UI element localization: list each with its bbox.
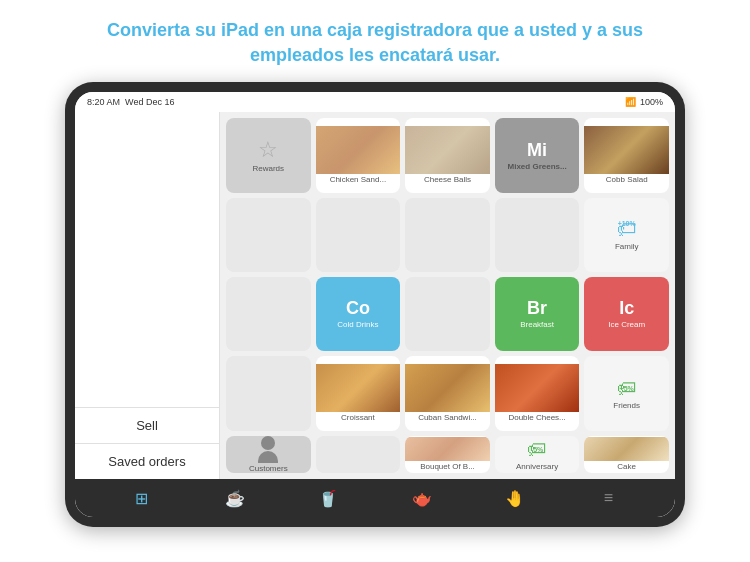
double-cheese-label: Double Chees...: [506, 414, 567, 423]
anniversary-label: Anniversary: [514, 463, 560, 472]
grid-item-empty-6: [405, 277, 490, 351]
cuban-sand-label: Cuban Sandwi...: [416, 414, 479, 423]
wifi-icon: 📶: [625, 97, 636, 107]
cake-label: Cake: [615, 463, 638, 472]
cuban-sandwich-img: [405, 364, 490, 412]
cobb-salad-label: Cobb Salad: [604, 176, 650, 185]
grid-item-chicken-sand[interactable]: Chicken Sand...: [316, 118, 401, 192]
ipad-frame: 8:20 AM Wed Dec 16 📶 100% Sell Saved ord…: [65, 82, 685, 527]
rewards-label: Rewards: [251, 165, 287, 174]
nav-coffee-icon[interactable]: ☕: [220, 483, 250, 513]
nav-hand-icon[interactable]: 🤚: [500, 483, 530, 513]
grid-item-empty-8: [316, 436, 401, 474]
grid-item-cold-drinks[interactable]: Co Cold Drinks: [316, 277, 401, 351]
grid-item-rewards[interactable]: ☆ Rewards: [226, 118, 311, 192]
friends-percent: +5%: [620, 385, 634, 392]
co-text: Co: [346, 298, 370, 319]
grid-item-croissant[interactable]: Croissant: [316, 356, 401, 430]
grid-item-empty-2: [316, 198, 401, 272]
person-body: [258, 451, 278, 463]
grid-item-cake[interactable]: Cake: [584, 436, 669, 474]
discount-tag-friends: 🏷 +5%: [617, 377, 637, 400]
chicken-sandwich-img: [316, 126, 401, 174]
grid-item-cheese-balls[interactable]: Cheese Balls: [405, 118, 490, 192]
grid-item-friends[interactable]: 🏷 +5% Friends: [584, 356, 669, 430]
mixed-greens-label: Mixed Greens...: [506, 163, 569, 172]
nav-cup-icon[interactable]: 🥤: [313, 483, 343, 513]
ipad-screen: 8:20 AM Wed Dec 16 📶 100% Sell Saved ord…: [75, 92, 675, 517]
friends-label: Friends: [611, 402, 642, 411]
saved-orders-button[interactable]: Saved orders: [75, 443, 219, 479]
grid-item-anniversary[interactable]: 🏷 -5% Anniversary: [495, 436, 580, 474]
nav-leaf-icon[interactable]: 🫖: [407, 483, 437, 513]
bouquet-img: [405, 437, 490, 462]
grid-item-double-cheese[interactable]: Double Chees...: [495, 356, 580, 430]
cake-img: [584, 437, 669, 462]
status-time-date: 8:20 AM Wed Dec 16: [87, 97, 174, 107]
grid-item-empty-7: [226, 356, 311, 430]
croissant-img: [316, 364, 401, 412]
right-panel: ☆ Rewards Chicken Sand... Cheese Balls: [220, 112, 675, 479]
grid-item-family[interactable]: 🏷 +10% Family: [584, 198, 669, 272]
battery-icon: 100%: [640, 97, 663, 107]
nav-menu-icon[interactable]: ≡: [593, 483, 623, 513]
cheese-balls-img: [405, 126, 490, 174]
order-area: [75, 112, 219, 407]
nav-grid-icon[interactable]: ⊞: [127, 483, 157, 513]
left-panel: Sell Saved orders: [75, 112, 220, 479]
family-label: Family: [613, 243, 641, 252]
grid-item-mixed-greens[interactable]: Mi Mixed Greens...: [495, 118, 580, 192]
grid-item-cuban-sand[interactable]: Cuban Sandwi...: [405, 356, 490, 430]
discount-tag-family: 🏷 +10%: [617, 218, 637, 241]
grid-item-empty-4: [495, 198, 580, 272]
br-text: Br: [527, 298, 547, 319]
grid-item-empty-3: [405, 198, 490, 272]
chicken-sand-label: Chicken Sand...: [328, 176, 388, 185]
grid-item-empty-1: [226, 198, 311, 272]
sell-button[interactable]: Sell: [75, 407, 219, 443]
grid-item-empty-5: [226, 277, 311, 351]
family-percent: +10%: [618, 220, 636, 227]
breakfast-label: Breakfast: [518, 321, 556, 330]
mi-text: Mi: [527, 140, 547, 161]
grid-item-customers[interactable]: Customers: [226, 436, 311, 474]
star-icon: ☆: [258, 137, 278, 163]
cold-drinks-label: Cold Drinks: [335, 321, 380, 330]
person-head: [261, 436, 275, 450]
discount-tag-anniversary: 🏷 -5%: [527, 438, 547, 461]
cheese-balls-label: Cheese Balls: [422, 176, 473, 185]
main-content: Sell Saved orders ☆ Rewards Chicken Sand…: [75, 112, 675, 479]
status-right: 📶 100%: [625, 97, 663, 107]
grid-item-ice-cream[interactable]: Ic Ice Cream: [584, 277, 669, 351]
person-icon: [258, 436, 278, 463]
grid-item-breakfast[interactable]: Br Breakfast: [495, 277, 580, 351]
ic-text: Ic: [619, 298, 634, 319]
customers-label: Customers: [247, 465, 290, 474]
status-bar: 8:20 AM Wed Dec 16 📶 100%: [75, 92, 675, 112]
ice-cream-label: Ice Cream: [606, 321, 647, 330]
bottom-nav: ⊞ ☕ 🥤 🫖 🤚 ≡: [75, 479, 675, 517]
croissant-label: Croissant: [339, 414, 377, 423]
grid-item-bouquet[interactable]: Bouquet Of B...: [405, 436, 490, 474]
grid-item-cobb-salad[interactable]: Cobb Salad: [584, 118, 669, 192]
product-grid: ☆ Rewards Chicken Sand... Cheese Balls: [226, 118, 669, 473]
bouquet-label: Bouquet Of B...: [418, 463, 477, 472]
cobb-salad-img: [584, 126, 669, 174]
header-text: Convierta su iPad en una caja registrado…: [47, 0, 703, 82]
double-cheese-img: [495, 364, 580, 412]
anniversary-percent: -5%: [531, 446, 543, 453]
